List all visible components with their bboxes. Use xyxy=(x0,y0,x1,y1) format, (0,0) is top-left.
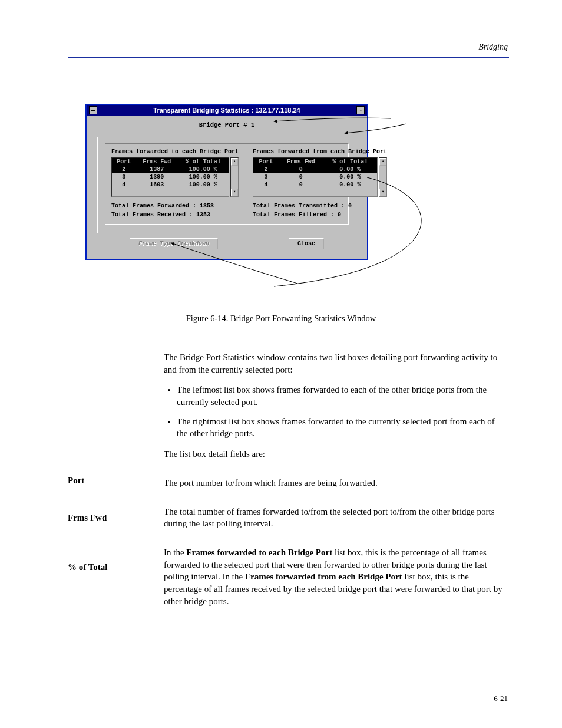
field-label-port: Port xyxy=(68,476,150,486)
total-received-value: 1353 xyxy=(196,212,210,218)
list-item[interactable]: 3 1390 100.00 % xyxy=(112,173,229,181)
fields-intro: The list box detail fields are: xyxy=(164,448,505,460)
col-frms: Frms Fwd xyxy=(279,158,323,166)
scroll-up-icon[interactable]: ▴ xyxy=(231,158,238,166)
bullet-item: The rightmost list box shows frames forw… xyxy=(177,416,505,440)
list-item[interactable]: 2 1387 100.00 % xyxy=(112,166,229,173)
field-label-pct: % of Total xyxy=(68,562,150,572)
total-filtered-value: 0 xyxy=(338,212,341,218)
right-panel-title: Frames forwarded from each Bridge Port xyxy=(253,149,387,155)
header-section-title: Bridging xyxy=(478,42,508,52)
total-forwarded-value: 1353 xyxy=(200,203,214,209)
col-frms: Frms Fwd xyxy=(136,158,178,166)
header-rule xyxy=(68,57,509,58)
app-window: Transparent Bridging Statistics : 132.17… xyxy=(85,104,368,260)
close-button[interactable]: Close xyxy=(289,238,324,249)
bridge-port-label: Bridge Port # 1 xyxy=(97,121,356,129)
system-menu-icon[interactable] xyxy=(89,106,97,114)
page-number: 6-21 xyxy=(494,694,508,703)
scroll-up-icon[interactable]: ▴ xyxy=(379,158,386,166)
total-received-label: Total Frames Received : xyxy=(111,212,193,218)
list-item[interactable]: 4 1603 100.00 % xyxy=(112,181,229,189)
list-item[interactable]: 2 0 0.00 % xyxy=(253,166,377,173)
figure-caption: Figure 6-14. Bridge Port Forwarding Stat… xyxy=(0,314,562,324)
title-bar: Transparent Bridging Statistics : 132.17… xyxy=(87,105,367,116)
scrollbar[interactable]: ▴ ▾ xyxy=(230,157,239,197)
right-list-box[interactable]: Port Frms Fwd % of Total 2 0 0.00 % xyxy=(253,157,378,197)
field-label-frms: Frms Fwd xyxy=(68,513,150,523)
scrollbar[interactable]: ▴ ▾ xyxy=(379,157,387,197)
total-transmitted-label: Total Frames Transmitted : xyxy=(253,203,345,209)
bullet-item: The leftmost list box shows frames forwa… xyxy=(177,384,505,408)
figure-screenshot: Transparent Bridging Statistics : 132.17… xyxy=(85,104,368,260)
pct-description: In the Frames forwarded to each Bridge P… xyxy=(164,546,505,607)
window-title: Transparent Bridging Statistics : 132.17… xyxy=(97,107,356,114)
list-item[interactable]: 3 0 0.00 % xyxy=(253,173,377,181)
minimize-icon[interactable]: ▫ xyxy=(356,106,365,114)
col-port: Port xyxy=(253,158,279,166)
intro-paragraph: The Bridge Port Statistics window contai… xyxy=(164,351,505,375)
col-pct: % of Total xyxy=(323,158,378,166)
total-transmitted-value: 0 xyxy=(348,203,352,209)
list-item[interactable]: 4 0 0.00 % xyxy=(253,181,377,189)
frame-type-breakdown-button[interactable]: Frame Type Breakdown xyxy=(130,238,218,249)
frms-description: The total number of frames forwarded to/… xyxy=(164,506,505,530)
scroll-down-icon[interactable]: ▾ xyxy=(231,189,238,196)
left-list-box[interactable]: Port Frms Fwd % of Total 2 1387 100.00 % xyxy=(111,157,229,197)
port-description: The port number to/from which frames are… xyxy=(164,477,505,489)
col-pct: % of Total xyxy=(178,158,229,166)
total-filtered-label: Total Frames Filtered : xyxy=(253,212,334,218)
total-forwarded-label: Total Frames Forwarded : xyxy=(111,203,196,209)
left-panel-title: Frames forwarded to each Bridge Port xyxy=(111,149,239,155)
scroll-down-icon[interactable]: ▾ xyxy=(379,189,386,196)
col-port: Port xyxy=(112,158,136,166)
